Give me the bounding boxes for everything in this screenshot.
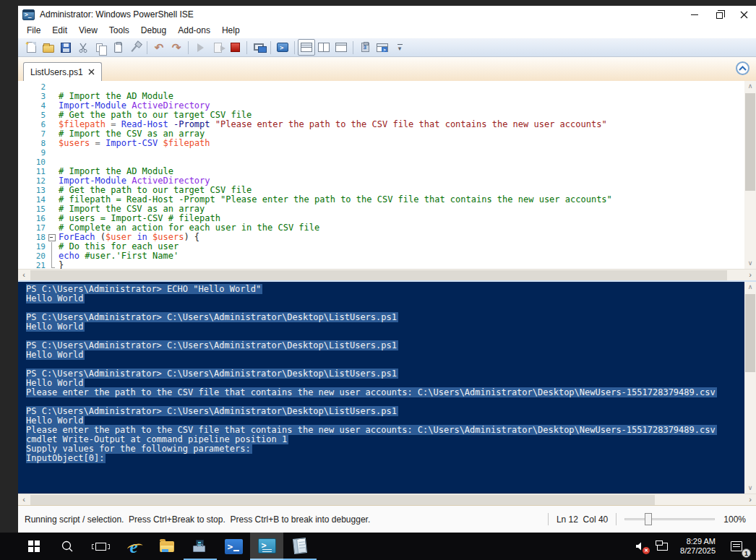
clock[interactable]: 8:29 AM 8/27/2025	[673, 537, 723, 556]
console-vscroll-thumb[interactable]	[745, 294, 755, 372]
restore-button[interactable]	[707, 6, 731, 23]
scroll-right-icon[interactable]: ›	[744, 270, 756, 281]
internet-explorer-icon: e	[129, 538, 137, 556]
console-horizontal-scrollbar[interactable]: ‹ ›	[18, 494, 756, 505]
task-view-icon	[95, 543, 106, 551]
console-pane[interactable]: PS C:\Users\Administrator> ECHO "Hello W…	[18, 280, 756, 494]
status-separator	[616, 513, 617, 525]
line-number: 4	[18, 101, 46, 111]
volume-button[interactable]: ✕	[630, 533, 651, 560]
powershell-button[interactable]	[217, 533, 250, 560]
menu-item-help[interactable]: Help	[216, 24, 246, 37]
editor-horizontal-scrollbar[interactable]: ‹ ›	[18, 269, 756, 280]
file-explorer-button[interactable]	[150, 533, 184, 560]
toolbar-overflow-icon: ▾	[398, 44, 403, 51]
editor-line: 20echo #user.'First Name'	[18, 251, 744, 261]
start-icon	[28, 540, 40, 552]
script-editor-pane[interactable]: 23# Import the AD Module4Import-Module A…	[18, 81, 756, 269]
console-vertical-scrollbar[interactable]: ∧ ∨	[744, 282, 756, 494]
powershell-ise-button[interactable]	[250, 533, 283, 560]
show-script-pane-button[interactable]	[374, 39, 391, 56]
scroll-down-icon[interactable]: ∨	[744, 483, 756, 494]
notepad-button[interactable]	[283, 533, 317, 560]
fold-margin	[46, 223, 59, 233]
run-selection-button[interactable]	[209, 39, 226, 56]
show-command-addon-button[interactable]	[356, 39, 374, 56]
search-button[interactable]	[51, 533, 84, 560]
menu-item-debug[interactable]: Debug	[135, 24, 172, 37]
powershell-ise-window: Administrator: Windows PowerShell ISE Fi…	[18, 6, 756, 533]
scroll-down-icon[interactable]: ∨	[744, 258, 756, 269]
save-script-button[interactable]	[57, 39, 74, 56]
layout-script-right-button[interactable]	[315, 39, 332, 56]
open-script-button[interactable]	[40, 39, 57, 56]
minimize-button[interactable]	[682, 6, 707, 23]
server-manager-button[interactable]	[184, 533, 217, 560]
close-button[interactable]	[731, 6, 756, 23]
fold-collapse-icon[interactable]	[46, 233, 59, 242]
paste-icon	[114, 43, 122, 53]
line-number: 10	[18, 158, 46, 167]
menu-item-file[interactable]: File	[21, 24, 46, 37]
fold-margin	[46, 120, 59, 129]
tab-label: ListUsers.ps1	[30, 67, 83, 77]
stop-operation-button[interactable]	[226, 39, 244, 56]
collapse-pane-button[interactable]	[736, 61, 749, 75]
menu-item-edit[interactable]: Edit	[46, 24, 73, 37]
new-script-button[interactable]: ✦	[22, 39, 40, 56]
toolbar-overflow-button[interactable]: ▾	[391, 39, 408, 56]
fold-margin	[46, 129, 59, 139]
editor-hscroll-thumb[interactable]	[30, 270, 727, 280]
mute-badge: ✕	[643, 547, 650, 554]
layout-script-maximized-button[interactable]	[332, 39, 350, 56]
fold-margin	[46, 214, 59, 223]
clear-console-button[interactable]	[126, 39, 144, 56]
tray-date: 8/27/2025	[680, 546, 716, 556]
fold-margin	[46, 82, 59, 92]
paste-button[interactable]	[109, 39, 126, 56]
copy-button[interactable]	[92, 39, 109, 56]
line-number: 16	[18, 214, 46, 223]
internet-explorer-button[interactable]: e	[117, 533, 150, 560]
action-center-button[interactable]: 1	[723, 533, 750, 560]
scroll-up-icon[interactable]: ∧	[744, 81, 756, 92]
run-script-button[interactable]	[192, 39, 209, 56]
restore-icon	[716, 12, 723, 19]
zoom-slider[interactable]	[624, 513, 715, 525]
network-button[interactable]	[651, 533, 673, 560]
editor-vertical-scrollbar[interactable]: ∧ ∨	[744, 81, 756, 269]
show-command-addon-icon	[361, 43, 369, 52]
line-number: 6	[18, 120, 46, 129]
scroll-left-icon[interactable]: ‹	[18, 270, 30, 281]
cut-button[interactable]	[74, 39, 92, 56]
system-tray: ✕ 8:29 AM 8/27/2025 1	[630, 533, 756, 560]
cut-icon	[78, 43, 88, 53]
fold-margin	[46, 139, 59, 148]
line-number: 8	[18, 139, 46, 148]
tab-listusers[interactable]: ListUsers.ps1	[23, 62, 102, 81]
zoom-slider-thumb[interactable]	[645, 513, 652, 525]
scroll-up-icon[interactable]: ∧	[744, 282, 756, 293]
menu-item-addons[interactable]: Add-ons	[172, 24, 216, 37]
layout-script-top-button[interactable]	[298, 39, 315, 56]
menu-item-view[interactable]: View	[73, 24, 103, 37]
task-view-button[interactable]	[84, 533, 117, 560]
start-powershell-button[interactable]	[274, 39, 291, 56]
console-line: Hello World	[26, 322, 743, 332]
toolbar-separator	[147, 41, 147, 54]
scroll-left-icon[interactable]: ‹	[18, 494, 30, 506]
scroll-right-icon[interactable]: ›	[744, 494, 756, 506]
save-script-icon	[61, 43, 71, 53]
redo-button[interactable]: ↷	[168, 39, 185, 56]
tab-close-icon[interactable]	[88, 69, 95, 75]
start-button[interactable]	[17, 533, 51, 560]
editor-vscroll-thumb[interactable]	[745, 93, 755, 191]
menu-item-tools[interactable]: Tools	[103, 24, 135, 37]
new-remote-powershell-tab-button[interactable]	[250, 39, 267, 56]
network-icon	[657, 543, 668, 551]
fold-margin	[46, 158, 59, 167]
console-hscroll-thumb[interactable]	[30, 495, 655, 505]
code-text: }	[59, 261, 64, 269]
undo-button[interactable]: ↶	[150, 39, 168, 56]
open-script-icon	[43, 45, 54, 53]
